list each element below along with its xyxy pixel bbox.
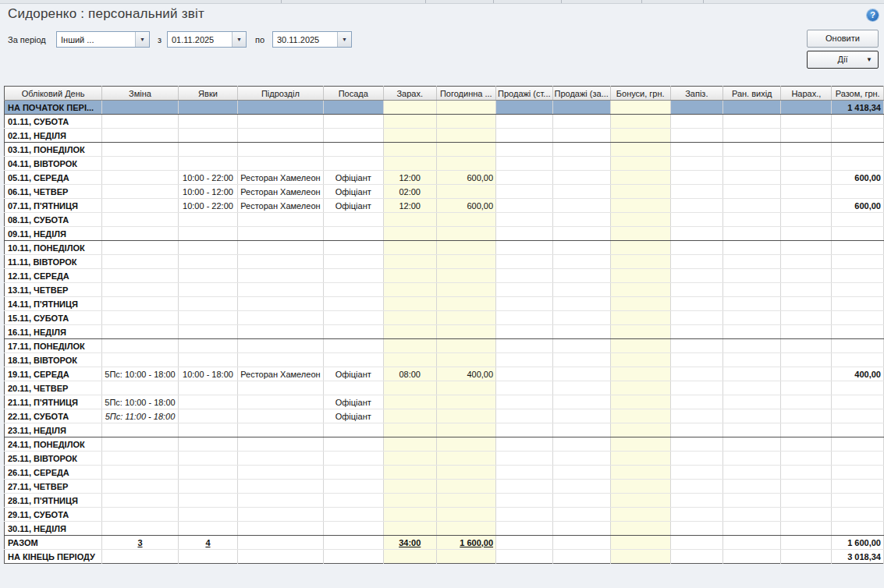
table-row[interactable]: 24.11, ПОНЕДІЛОК xyxy=(5,437,884,452)
table-row[interactable]: 29.11, СУБОТА xyxy=(5,508,884,522)
table-row[interactable]: 02.11, НЕДІЛЯ xyxy=(5,129,884,143)
table-row[interactable]: 11.11, ВІВТОРОК xyxy=(5,255,884,269)
cell-zarah: 08:00 xyxy=(383,367,436,381)
cell-early xyxy=(723,171,781,185)
cell-narah xyxy=(781,325,832,339)
cell-hourly xyxy=(436,213,495,227)
cell-sales_st xyxy=(496,283,552,297)
column-header-dept[interactable]: Підрозділ xyxy=(238,87,323,101)
table-row[interactable]: 30.11, НЕДІЛЯ xyxy=(5,522,884,536)
cell-total xyxy=(832,269,884,283)
table-row[interactable]: 12.11, СЕРЕДА xyxy=(5,269,884,283)
cell-sales_za xyxy=(552,381,610,395)
cell-shift xyxy=(102,171,178,185)
cell-late xyxy=(670,129,722,143)
cell-zarah xyxy=(383,297,436,311)
column-header-sales_za[interactable]: Продажі (за... xyxy=(552,87,610,101)
table-row[interactable]: 08.11, СУБОТА xyxy=(5,213,884,227)
column-header-att[interactable]: Явки xyxy=(178,87,238,101)
cell-att xyxy=(178,437,238,452)
row-period-end[interactable]: НА КІНЕЦЬ ПЕРІОДУ3 018,34 xyxy=(5,550,884,564)
refresh-button[interactable]: Оновити xyxy=(807,30,879,48)
cell-day: 14.11, П'ЯТНИЦЯ xyxy=(5,297,102,311)
cell-shift xyxy=(102,550,178,564)
table-row[interactable]: 04.11, ВІВТОРОК xyxy=(5,157,884,171)
cell-sales_za xyxy=(552,409,610,423)
table-row[interactable]: 22.11, СУБОТА5Пс: 11:00 - 18:00Офіціант xyxy=(5,409,884,423)
cell-sales_za xyxy=(552,480,610,494)
cell-hourly xyxy=(436,508,495,522)
column-header-hourly[interactable]: Погодинна ... xyxy=(436,87,495,101)
table-row[interactable]: 27.11, ЧЕТВЕР xyxy=(5,480,884,494)
cell-late xyxy=(670,480,722,494)
column-header-narah[interactable]: Нарах., xyxy=(781,87,832,101)
table-row[interactable]: 10.11, ПОНЕДІЛОК xyxy=(5,241,884,255)
cell-sales_za xyxy=(552,466,610,480)
table-row[interactable]: 15.11, СУБОТА xyxy=(5,311,884,325)
table-row[interactable]: 26.11, СЕРЕДА xyxy=(5,466,884,480)
cell-sales_st xyxy=(496,409,552,423)
cell-dept xyxy=(238,452,323,466)
cell-att xyxy=(178,115,238,129)
table-row[interactable]: 23.11, НЕДІЛЯ xyxy=(5,423,884,437)
table-row[interactable]: 16.11, НЕДІЛЯ xyxy=(5,325,884,339)
cell-late xyxy=(670,395,722,409)
column-header-pos[interactable]: Посада xyxy=(323,87,383,101)
cell-day: 22.11, СУБОТА xyxy=(5,409,102,423)
cell-bonus xyxy=(610,283,670,297)
cell-att xyxy=(178,423,238,437)
table-row[interactable]: 17.11, ПОНЕДІЛОК xyxy=(5,339,884,353)
cell-bonus xyxy=(610,185,670,199)
to-date-select[interactable]: 30.11.2025 ▼ xyxy=(272,31,352,48)
table-row[interactable]: 01.11, СУБОТА xyxy=(5,115,884,129)
table-row[interactable]: 21.11, П'ЯТНИЦЯ5Пс: 10:00 - 18:00Офіціан… xyxy=(5,395,884,409)
column-header-day[interactable]: Обліковий День xyxy=(5,87,102,101)
cell-narah xyxy=(781,409,832,423)
cell-sales_za xyxy=(552,199,610,213)
cell-day: 10.11, ПОНЕДІЛОК xyxy=(5,241,102,255)
table-row[interactable]: 18.11, ВІВТОРОК xyxy=(5,353,884,367)
cell-narah xyxy=(781,395,832,409)
column-header-bonus[interactable]: Бонуси, грн. xyxy=(610,87,670,101)
row-period-start[interactable]: НА ПОЧАТОК ПЕРІ...1 418,34 xyxy=(5,101,884,115)
cell-sales_za xyxy=(552,241,610,255)
column-header-sales_st[interactable]: Продажі (ст... xyxy=(496,87,552,101)
table-body: НА ПОЧАТОК ПЕРІ...1 418,3401.11, СУБОТА0… xyxy=(5,101,884,564)
cell-shift xyxy=(102,522,178,536)
actions-button[interactable]: Дії ▼ xyxy=(807,51,879,69)
help-icon[interactable]: ? xyxy=(867,9,879,21)
period-select[interactable]: Інший ... ▼ xyxy=(56,31,150,48)
cell-hourly xyxy=(436,185,495,199)
table-row[interactable]: 28.11, П'ЯТНИЦЯ xyxy=(5,494,884,508)
table-row[interactable]: 20.11, ЧЕТВЕР xyxy=(5,381,884,395)
column-header-zarah[interactable]: Зарах. xyxy=(383,87,436,101)
cell-dept xyxy=(238,395,323,409)
table-row[interactable]: 13.11, ЧЕТВЕР xyxy=(5,283,884,297)
cell-sales_za xyxy=(552,522,610,536)
table-row[interactable]: 06.11, ЧЕТВЕР10:00 - 12:00Ресторан Хамел… xyxy=(5,185,884,199)
from-date-select[interactable]: 01.11.2025 ▼ xyxy=(167,31,247,48)
table-row[interactable]: 14.11, П'ЯТНИЦЯ xyxy=(5,297,884,311)
cell-total xyxy=(832,437,884,452)
cell-total xyxy=(832,494,884,508)
table-row[interactable]: 19.11, СЕРЕДА5Пс: 10:00 - 18:0010:00 - 1… xyxy=(5,367,884,381)
cell-shift: 5Пс: 10:00 - 18:00 xyxy=(102,395,178,409)
cell-pos xyxy=(323,452,383,466)
cell-shift: 3 xyxy=(102,536,178,550)
cell-zarah xyxy=(383,423,436,437)
row-grand-total[interactable]: РАЗОМ3434:001 600,001 600,00 xyxy=(5,536,884,550)
column-header-early[interactable]: Ран. вихід xyxy=(723,87,781,101)
table-row[interactable]: 25.11, ВІВТОРОК xyxy=(5,452,884,466)
column-header-total[interactable]: Разом, грн. xyxy=(832,87,884,101)
cell-sales_st xyxy=(496,129,552,143)
table-row[interactable]: 07.11, П'ЯТНИЦЯ10:00 - 22:00Ресторан Хам… xyxy=(5,199,884,213)
cell-narah xyxy=(781,437,832,452)
cell-total xyxy=(832,143,884,157)
table-row[interactable]: 03.11, ПОНЕДІЛОК xyxy=(5,143,884,157)
column-header-late[interactable]: Запіз. xyxy=(670,87,722,101)
table-row[interactable]: 09.11, НЕДІЛЯ xyxy=(5,227,884,241)
column-header-shift[interactable]: Зміна xyxy=(102,87,178,101)
table-row[interactable]: 05.11, СЕРЕДА10:00 - 22:00Ресторан Хамел… xyxy=(5,171,884,185)
cell-total: 600,00 xyxy=(832,199,884,213)
cell-att xyxy=(178,480,238,494)
